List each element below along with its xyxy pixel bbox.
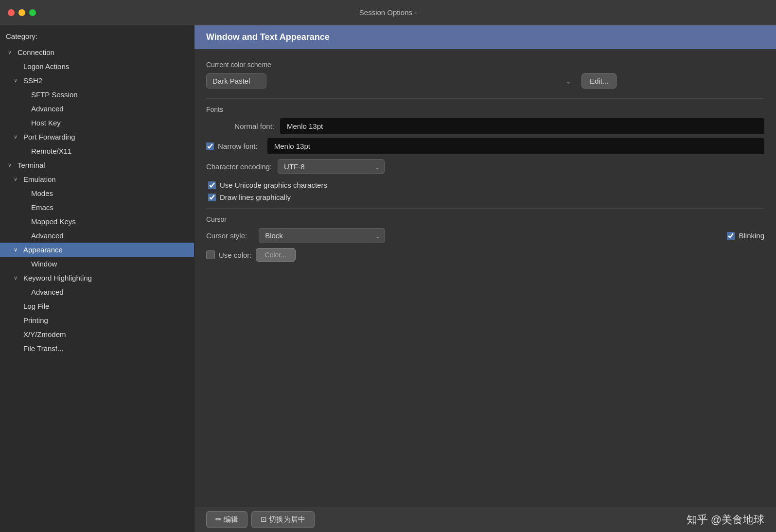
cursor-style-select[interactable]: Block bbox=[259, 228, 385, 243]
content-title: Window and Text Appearance bbox=[206, 32, 330, 42]
blinking-row: Blinking bbox=[727, 231, 764, 240]
window-title: Session Options - bbox=[359, 8, 417, 17]
titlebar: Session Options - bbox=[0, 0, 776, 25]
narrow-font-display: Menlo 13pt bbox=[267, 138, 764, 154]
color-picker-button[interactable]: Color... bbox=[256, 248, 296, 262]
chevron-down-icon: ∨ bbox=[14, 275, 21, 281]
sidebar-item-printing[interactable]: Printing bbox=[0, 313, 194, 327]
sidebar-item-xy-zmodem[interactable]: X/Y/Zmodem bbox=[0, 327, 194, 341]
sidebar-item-file-transfer[interactable]: File Transf... bbox=[0, 341, 194, 355]
edit-toolbar-button[interactable]: ✏ 编辑 bbox=[206, 511, 247, 528]
sidebar-item-advanced-ssh2[interactable]: Advanced bbox=[0, 102, 194, 116]
chevron-down-icon: ∨ bbox=[14, 247, 21, 253]
watermark: 知乎 @美食地球 bbox=[687, 513, 764, 527]
cursor-section-label: Cursor bbox=[206, 215, 764, 223]
sidebar-item-label: SFTP Session bbox=[31, 90, 78, 99]
sidebar-item-label: Emulation bbox=[23, 175, 56, 183]
cursor-style-select-wrapper: Block bbox=[259, 228, 385, 243]
sidebar-item-label: Emacs bbox=[31, 203, 53, 212]
edit-color-scheme-button[interactable]: Edit... bbox=[582, 73, 617, 89]
blinking-checkbox[interactable] bbox=[727, 232, 735, 240]
sidebar-item-sftp-session[interactable]: SFTP Session bbox=[0, 88, 194, 102]
sidebar-item-label: Remote/X11 bbox=[31, 147, 71, 155]
normal-font-label: Normal font: bbox=[206, 122, 274, 130]
content-area: Window and Text Appearance Current color… bbox=[194, 25, 776, 532]
narrow-font-label: Narrow font: bbox=[218, 142, 258, 150]
narrow-font-checkbox[interactable] bbox=[206, 142, 214, 150]
sidebar-item-port-forwarding[interactable]: ∨ Port Forwarding bbox=[0, 130, 194, 144]
sidebar-item-label: SSH2 bbox=[23, 76, 42, 85]
sidebar-item-emulation[interactable]: ∨ Emulation bbox=[0, 172, 194, 186]
sidebar-item-label: Mapped Keys bbox=[31, 217, 76, 226]
sidebar-item-modes[interactable]: Modes bbox=[0, 186, 194, 200]
sidebar-item-label: Log File bbox=[23, 302, 49, 310]
chevron-down-icon: ∨ bbox=[14, 176, 21, 182]
sidebar-item-label: File Transf... bbox=[23, 344, 64, 353]
encoding-select[interactable]: UTF-8 bbox=[278, 159, 385, 174]
encoding-label: Character encoding: bbox=[206, 162, 272, 171]
encoding-select-wrapper: UTF-8 bbox=[278, 159, 385, 174]
unicode-graphics-checkbox[interactable] bbox=[208, 181, 216, 189]
sidebar-item-log-file[interactable]: Log File bbox=[0, 299, 194, 313]
sidebar-item-label: X/Y/Zmodem bbox=[23, 330, 66, 338]
sidebar-item-ssh2[interactable]: ∨ SSH2 bbox=[0, 73, 194, 88]
color-scheme-select-wrapper: Dark Pastel bbox=[206, 73, 576, 89]
divider-fonts bbox=[206, 98, 764, 99]
minimize-button[interactable] bbox=[18, 9, 25, 16]
close-button[interactable] bbox=[8, 9, 15, 16]
blinking-label: Blinking bbox=[739, 231, 764, 240]
maximize-button[interactable] bbox=[29, 9, 36, 16]
sidebar-item-label: Keyword Highlighting bbox=[23, 274, 92, 282]
sidebar-item-advanced-kh[interactable]: Advanced bbox=[0, 285, 194, 299]
sidebar-item-emacs[interactable]: Emacs bbox=[0, 200, 194, 214]
category-label: Category: bbox=[0, 29, 194, 45]
fonts-section-label: Fonts bbox=[206, 106, 764, 113]
unicode-graphics-row: Use Unicode graphics characters bbox=[206, 181, 764, 189]
sidebar-item-advanced-emulation[interactable]: Advanced bbox=[0, 229, 194, 243]
switch-toolbar-button[interactable]: ⊡ 切换为居中 bbox=[251, 511, 315, 528]
bottom-toolbar: ✏ 编辑 ⊡ 切换为居中 知乎 @美食地球 bbox=[194, 507, 776, 532]
color-scheme-row: Dark Pastel Edit... bbox=[206, 73, 764, 89]
sidebar-item-label: Advanced bbox=[31, 288, 64, 296]
sidebar-item-label: Appearance bbox=[23, 246, 63, 254]
sidebar-item-label: Terminal bbox=[18, 161, 45, 169]
cursor-style-label: Cursor style: bbox=[206, 231, 247, 240]
normal-font-row: Normal font: Menlo 13pt bbox=[206, 118, 764, 134]
main-layout: Category: ∨ Connection Logon Actions ∨ S… bbox=[0, 25, 776, 532]
sidebar-item-label: Printing bbox=[23, 316, 48, 324]
use-color-checkbox[interactable] bbox=[206, 250, 215, 259]
sidebar-item-label: Advanced bbox=[31, 105, 64, 113]
chevron-down-icon: ∨ bbox=[14, 77, 21, 84]
color-scheme-select[interactable]: Dark Pastel bbox=[206, 73, 266, 89]
content-header: Window and Text Appearance bbox=[194, 25, 776, 49]
divider-cursor bbox=[206, 208, 764, 209]
sidebar-item-label: Connection bbox=[18, 48, 54, 56]
sidebar-item-label: Logon Actions bbox=[23, 62, 69, 71]
sidebar-item-terminal[interactable]: ∨ Terminal bbox=[0, 158, 194, 172]
traffic-lights bbox=[8, 9, 36, 16]
encoding-row: Character encoding: UTF-8 bbox=[206, 159, 764, 174]
chevron-down-icon: ∨ bbox=[8, 162, 16, 168]
use-color-row: Use color: Color... bbox=[206, 248, 764, 262]
sidebar-item-appearance[interactable]: ∨ Appearance bbox=[0, 243, 194, 257]
normal-font-display: Menlo 13pt bbox=[280, 118, 764, 134]
sidebar-item-keyword-highlighting[interactable]: ∨ Keyword Highlighting bbox=[0, 271, 194, 285]
sidebar-item-logon-actions[interactable]: Logon Actions bbox=[0, 59, 194, 73]
sidebar-item-label: Host Key bbox=[31, 119, 61, 127]
sidebar-item-label: Window bbox=[31, 260, 57, 268]
sidebar-item-remote-x11[interactable]: Remote/X11 bbox=[0, 144, 194, 158]
sidebar-item-connection[interactable]: ∨ Connection bbox=[0, 45, 194, 59]
draw-lines-row: Draw lines graphically bbox=[206, 193, 764, 201]
sidebar-item-mapped-keys[interactable]: Mapped Keys bbox=[0, 214, 194, 229]
draw-lines-checkbox[interactable] bbox=[208, 194, 216, 201]
sidebar-item-window[interactable]: Window bbox=[0, 257, 194, 271]
sidebar-item-host-key[interactable]: Host Key bbox=[0, 116, 194, 130]
color-scheme-section-label: Current color scheme bbox=[206, 61, 764, 69]
sidebar-item-label: Modes bbox=[31, 189, 53, 197]
narrow-font-row: Narrow font: Menlo 13pt bbox=[206, 138, 764, 154]
content-body: Current color scheme Dark Pastel Edit...… bbox=[194, 49, 776, 271]
sidebar-item-label: Advanced bbox=[31, 231, 64, 240]
cursor-style-row: Cursor style: Block Blinking bbox=[206, 228, 764, 243]
sidebar: Category: ∨ Connection Logon Actions ∨ S… bbox=[0, 25, 194, 532]
unicode-graphics-label: Use Unicode graphics characters bbox=[220, 181, 327, 189]
